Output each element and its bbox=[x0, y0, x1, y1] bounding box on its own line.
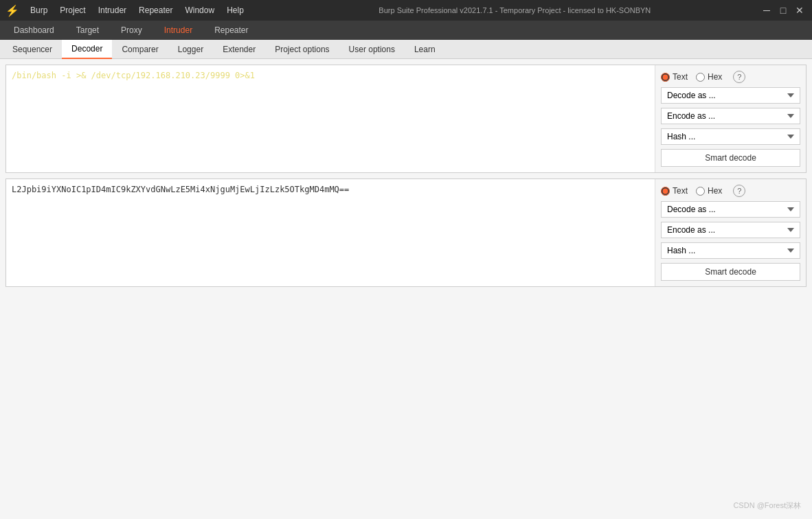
radio-text-label-2[interactable]: Text bbox=[661, 186, 688, 196]
menu-burp[interactable]: Burp bbox=[25, 4, 53, 16]
radio-row-1: Text Hex ? bbox=[661, 71, 800, 83]
radio-text-1[interactable] bbox=[661, 73, 670, 82]
main-nav: Dashboard Target Proxy Intruder Repeater bbox=[0, 21, 812, 40]
tab-decoder[interactable]: Decoder bbox=[62, 40, 112, 59]
tab-comparer[interactable]: Comparer bbox=[112, 40, 168, 59]
help-button-1[interactable]: ? bbox=[733, 71, 745, 83]
sub-nav: Sequencer Decoder Comparer Logger Extend… bbox=[0, 40, 812, 59]
radio-text-label-1[interactable]: Text bbox=[661, 72, 688, 82]
decode-dropdown-2[interactable]: Decode as ... bbox=[661, 201, 800, 218]
decode-dropdown-1[interactable]: Decode as ... bbox=[661, 87, 800, 104]
radio-hex-label-1[interactable]: Hex bbox=[696, 72, 722, 82]
menu-help[interactable]: Help bbox=[221, 4, 249, 16]
hash-dropdown-row-1: Hash ... bbox=[661, 128, 800, 145]
controls-panel-1: Text Hex ? Decode as ... Encode as ... bbox=[655, 65, 806, 172]
nav-intruder[interactable]: Intruder bbox=[153, 21, 203, 40]
tab-logger[interactable]: Logger bbox=[168, 40, 213, 59]
decoder-panel-2: Text Hex ? Decode as ... Encode as ... bbox=[5, 178, 807, 287]
menu-project[interactable]: Project bbox=[54, 4, 91, 16]
nav-target[interactable]: Target bbox=[65, 21, 110, 40]
tab-sequencer[interactable]: Sequencer bbox=[3, 40, 62, 59]
menu-repeater[interactable]: Repeater bbox=[133, 4, 178, 16]
radio-text-span-1: Text bbox=[673, 72, 688, 82]
decoder-content: Text Hex ? Decode as ... Encode as ... bbox=[0, 59, 812, 519]
menu-intruder[interactable]: Intruder bbox=[93, 4, 132, 16]
radio-hex-span-2: Hex bbox=[708, 186, 722, 196]
title-bar: ⚡ Burp Project Intruder Repeater Window … bbox=[0, 0, 812, 21]
smart-decode-button-2[interactable]: Smart decode bbox=[661, 263, 800, 281]
close-button[interactable]: ✕ bbox=[793, 5, 807, 16]
tab-extender[interactable]: Extender bbox=[213, 40, 265, 59]
radio-row-2: Text Hex ? bbox=[661, 185, 800, 197]
nav-proxy[interactable]: Proxy bbox=[110, 21, 153, 40]
smart-decode-button-1[interactable]: Smart decode bbox=[661, 149, 800, 167]
decode-dropdown-row-2: Decode as ... bbox=[661, 201, 800, 218]
encode-dropdown-row-2: Encode as ... bbox=[661, 222, 800, 238]
decoder-input-1-wrap bbox=[6, 65, 649, 172]
encode-dropdown-1[interactable]: Encode as ... bbox=[661, 108, 800, 124]
radio-hex-1[interactable] bbox=[696, 73, 705, 82]
minimize-button[interactable]: ─ bbox=[760, 5, 774, 16]
app-logo: ⚡ bbox=[5, 3, 19, 17]
radio-hex-span-1: Hex bbox=[708, 72, 722, 82]
menu-window[interactable]: Window bbox=[179, 4, 220, 16]
window-controls: ─ □ ✕ bbox=[760, 5, 807, 16]
tab-project-options[interactable]: Project options bbox=[265, 40, 339, 59]
hash-dropdown-row-2: Hash ... bbox=[661, 242, 800, 259]
radio-hex-label-2[interactable]: Hex bbox=[696, 186, 722, 196]
app-title: Burp Suite Professional v2021.7.1 - Temp… bbox=[270, 6, 760, 14]
hash-dropdown-1[interactable]: Hash ... bbox=[661, 128, 800, 145]
help-button-2[interactable]: ? bbox=[733, 185, 745, 197]
hash-dropdown-2[interactable]: Hash ... bbox=[661, 242, 800, 259]
decoder-input-2-wrap bbox=[6, 179, 649, 286]
encode-dropdown-2[interactable]: Encode as ... bbox=[661, 222, 800, 238]
nav-dashboard[interactable]: Dashboard bbox=[3, 21, 65, 40]
maximize-button[interactable]: □ bbox=[776, 5, 790, 16]
decoder-input-1[interactable] bbox=[6, 65, 649, 154]
tab-learn[interactable]: Learn bbox=[405, 40, 445, 59]
watermark: CSDN @Forest深林 bbox=[733, 500, 801, 511]
decoder-input-2[interactable] bbox=[6, 179, 649, 268]
radio-text-span-2: Text bbox=[673, 186, 688, 196]
radio-text-2[interactable] bbox=[661, 187, 670, 196]
encode-dropdown-row-1: Encode as ... bbox=[661, 108, 800, 124]
decode-dropdown-row-1: Decode as ... bbox=[661, 87, 800, 104]
decoder-panel-1: Text Hex ? Decode as ... Encode as ... bbox=[5, 65, 807, 173]
radio-hex-2[interactable] bbox=[696, 187, 705, 196]
nav-repeater[interactable]: Repeater bbox=[203, 21, 259, 40]
title-menu: Burp Project Intruder Repeater Window He… bbox=[25, 4, 270, 16]
controls-panel-2: Text Hex ? Decode as ... Encode as ... bbox=[655, 179, 806, 286]
tab-user-options[interactable]: User options bbox=[339, 40, 405, 59]
